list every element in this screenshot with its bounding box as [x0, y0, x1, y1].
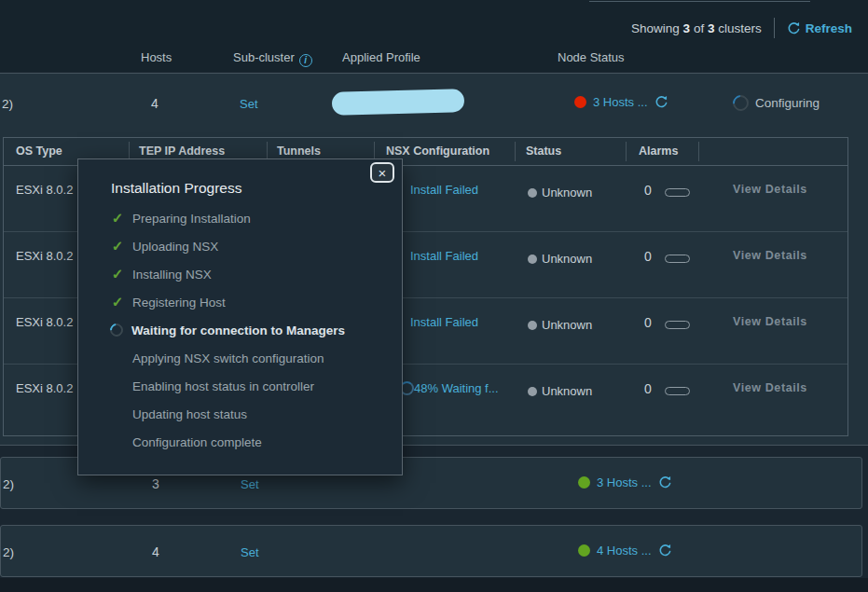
nsx-config-progress-link[interactable]: 48% Waiting f...	[414, 381, 499, 395]
spinner-icon	[107, 321, 126, 339]
info-icon[interactable]: i	[299, 54, 312, 67]
close-icon[interactable]: ×	[370, 162, 394, 183]
step-label: Configuration complete	[132, 435, 262, 449]
nsx-host-transport-nodes-page: Showing 3 of 3 clusters Refresh Hosts Su…	[0, 0, 868, 592]
alarms-capsule-icon	[665, 255, 690, 263]
view-details-button[interactable]: View Details	[733, 315, 807, 328]
nsx-config-text: 48% Waiting f...	[414, 381, 499, 395]
step-label: Waiting for connection to Managers	[131, 324, 345, 337]
os-type: ESXi 8.0.2	[16, 183, 73, 197]
status-cell: Unknown	[528, 186, 592, 200]
header-status: Status	[526, 145, 561, 158]
os-type: ESXi 8.0.2	[16, 249, 73, 263]
os-type: ESXi 8.0.2	[16, 315, 73, 329]
view-details-button[interactable]: View Details	[733, 381, 807, 394]
step-label: Applying NSX switch configuration	[132, 351, 324, 365]
step-active: Waiting for connection to Managers	[78, 316, 402, 344]
nsx-config-link[interactable]: Install Failed	[410, 183, 478, 197]
header-separator	[626, 142, 627, 161]
refresh-status-icon[interactable]	[658, 544, 672, 558]
step-label: Preparing Installation	[132, 212, 251, 226]
configuring-spinner-icon	[730, 92, 752, 115]
alarms-count: 0	[644, 381, 652, 396]
step-done: ✓Uploading NSX	[78, 232, 402, 260]
header-separator	[698, 142, 699, 161]
step-pending: Configuration complete	[78, 428, 402, 456]
node-status-link[interactable]: 4 Hosts ...	[597, 544, 652, 558]
applied-profile-redacted	[332, 89, 465, 116]
status-text: Unknown	[542, 252, 592, 266]
of-word: of	[694, 21, 704, 35]
status-cell: Unknown	[528, 252, 592, 266]
cluster-name: 2)	[3, 477, 14, 491]
refresh-button[interactable]: Refresh	[787, 21, 852, 35]
shown-count: 3	[683, 21, 691, 35]
configuring-state: Configuring	[733, 95, 820, 111]
status-cell: Unknown	[528, 384, 592, 398]
step-label: Installing NSX	[132, 268, 212, 282]
node-status-cell[interactable]: 3 Hosts ...	[574, 95, 668, 109]
cluster-name: 2)	[2, 97, 13, 111]
header-tunnels: Tunnels	[277, 145, 321, 158]
installation-progress-popup: × Installation Progress ✓Preparing Insta…	[77, 158, 403, 475]
refresh-status-icon[interactable]	[654, 95, 668, 109]
view-details-button[interactable]: View Details	[733, 183, 807, 196]
status-dot-gray	[528, 387, 537, 396]
sub-cluster-set-link[interactable]: Set	[241, 545, 259, 559]
status-text: Unknown	[542, 318, 592, 332]
status-text: Unknown	[542, 384, 592, 398]
top-divider	[589, 1, 810, 2]
nsx-config-link[interactable]: Install Failed	[410, 249, 478, 263]
cluster-name: 2)	[3, 545, 14, 559]
alarms-count: 0	[644, 315, 652, 330]
step-pending: Applying NSX switch configuration	[78, 344, 402, 372]
alarms-count: 0	[644, 249, 652, 264]
sub-cluster-label: Sub-cluster	[233, 50, 295, 64]
step-done: ✓Preparing Installation	[78, 204, 402, 232]
check-icon: ✓	[109, 238, 126, 255]
step-done: ✓Installing NSX	[78, 260, 402, 288]
clusters-word: clusters	[718, 21, 762, 35]
sub-cluster-set-link[interactable]: Set	[241, 477, 259, 491]
step-icon-empty	[109, 378, 126, 394]
check-icon: ✓	[109, 210, 126, 227]
cluster-hosts-count: 4	[142, 544, 170, 559]
column-node-status: Node Status	[558, 50, 625, 64]
status-dot-gray	[528, 321, 537, 330]
alarms-capsule-icon	[665, 321, 690, 329]
sub-cluster-set-link[interactable]: Set	[240, 97, 258, 111]
step-label: Uploading NSX	[132, 240, 218, 254]
status-cell: Unknown	[528, 318, 592, 332]
cluster-hosts-count: 3	[142, 476, 170, 491]
showing-count-text: Showing 3 of 3 clusters	[631, 21, 762, 35]
cluster-card-collapsed[interactable]: 2) 4 Set 4 Hosts ...	[0, 525, 862, 577]
header-separator	[515, 142, 516, 161]
step-icon-empty	[109, 350, 126, 366]
header-os-type: OS Type	[16, 145, 62, 158]
bottom-strip	[0, 578, 868, 592]
nsx-config-link[interactable]: Install Failed	[410, 315, 478, 329]
status-dot-red	[574, 96, 586, 108]
column-sub-cluster: Sub-clusteri	[233, 50, 312, 67]
os-type: ESXi 8.0.2	[16, 381, 73, 395]
total-count: 3	[708, 21, 715, 35]
configuring-label: Configuring	[755, 96, 820, 110]
node-status-link[interactable]: 3 Hosts ...	[593, 95, 648, 109]
node-status-link[interactable]: 3 Hosts ...	[597, 475, 652, 489]
node-status-cell[interactable]: 4 Hosts ...	[578, 544, 672, 558]
alarms-capsule-icon	[665, 188, 690, 197]
step-label: Updating host status	[132, 407, 247, 421]
check-icon: ✓	[109, 266, 126, 282]
refresh-status-icon[interactable]	[658, 475, 672, 489]
status-dot-green	[578, 476, 590, 489]
toolbar-divider	[774, 18, 775, 38]
step-done: ✓Registering Host	[78, 288, 402, 316]
header-nsx-config: NSX Configuration	[386, 145, 489, 158]
node-status-cell[interactable]: 3 Hosts ...	[578, 475, 672, 489]
view-details-button[interactable]: View Details	[733, 249, 807, 262]
step-pending: Enabling host status in controller	[78, 372, 402, 400]
refresh-label: Refresh	[806, 21, 852, 35]
status-text: Unknown	[542, 186, 592, 200]
step-icon-empty	[109, 406, 126, 422]
popup-title: Installation Progress	[111, 180, 241, 197]
